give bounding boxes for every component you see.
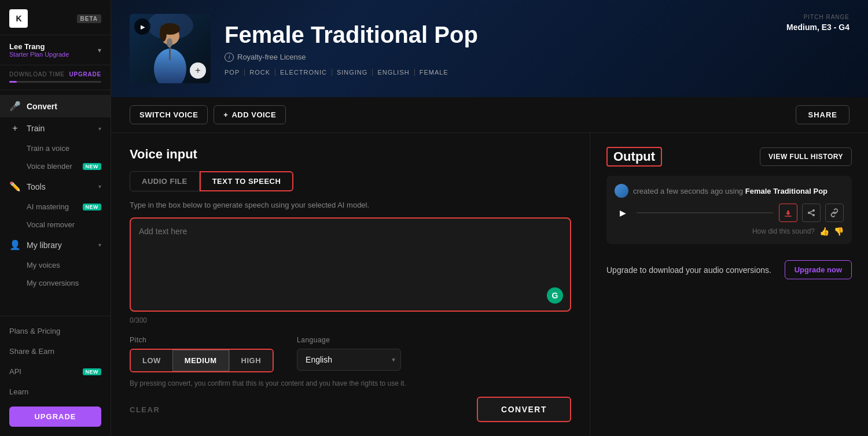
sidebar-item-vocal-remover[interactable]: Vocal remover: [0, 216, 111, 234]
pitch-control: Pitch LOW MEDIUM HIGH: [130, 336, 274, 372]
pitch-medium-button[interactable]: MEDIUM: [172, 350, 229, 371]
convert-button[interactable]: CONVERT: [477, 397, 571, 422]
my-voices-label: My voices: [27, 261, 60, 269]
license-text: Royalty-free License: [237, 53, 306, 61]
language-select[interactable]: English Spanish French German Japanese: [297, 349, 401, 371]
voice-blender-new-badge: NEW: [83, 163, 102, 170]
sidebar-bottom: Plans & Pricing Share & Earn API NEW Lea…: [0, 316, 111, 436]
share-button[interactable]: SHARE: [796, 105, 849, 124]
audio-progress-bar[interactable]: [637, 212, 773, 213]
view-full-history-button[interactable]: VIEW FULL HISTORY: [760, 147, 852, 166]
add-voice-button[interactable]: + ADD VOICE: [214, 105, 286, 124]
language-control: Language English Spanish French German J…: [297, 336, 401, 372]
output-meta: created a few seconds ago using Female T…: [633, 187, 827, 195]
user-plan: Starter Plan Upgrade: [9, 51, 69, 58]
sidebar-item-train[interactable]: + Train ▾: [0, 117, 111, 139]
switch-voice-button[interactable]: SWITCH VOICE: [130, 105, 208, 124]
upgrade-prompt-text: Upgrade to download your audio conversio…: [606, 265, 771, 275]
hero-tags: POP ROCK ELECTRONIC SINGING ENGLISH FEMA…: [225, 69, 849, 76]
train-chevron-icon: ▾: [98, 125, 101, 132]
tag-singing: SINGING: [332, 69, 367, 76]
toolbar-left: SWITCH VOICE + ADD VOICE: [130, 105, 286, 124]
content-area: Voice input AUDIO FILE TEXT TO SPEECH Ty…: [111, 133, 868, 436]
sidebar-item-train-voice[interactable]: Train a voice: [0, 139, 111, 157]
pitch-range-value: Medium, E3 - G4: [786, 23, 849, 32]
audio-play-button[interactable]: ▶: [615, 205, 631, 221]
output-header: Output VIEW FULL HISTORY: [606, 147, 852, 167]
upgrade-link[interactable]: Upgrade: [45, 51, 69, 58]
rating-text: How did this sound?: [752, 227, 815, 235]
download-button[interactable]: [779, 204, 797, 222]
svg-rect-8: [785, 216, 792, 217]
pitch-high-button[interactable]: HIGH: [229, 350, 273, 371]
output-time: created a few seconds ago: [633, 187, 723, 195]
hero-info: Female Traditional Pop i Royalty-free Li…: [225, 22, 849, 76]
api-new-badge: NEW: [83, 368, 102, 375]
sidebar-user[interactable]: Lee Trang Starter Plan Upgrade ▾: [0, 35, 111, 65]
audio-actions: [779, 204, 844, 222]
user-name: Lee Trang: [9, 42, 69, 51]
link-icon: [830, 208, 839, 217]
voice-input-title: Voice input: [130, 147, 571, 162]
add-icon: +: [223, 110, 228, 119]
thumbs-down-button[interactable]: 👎: [834, 227, 844, 236]
sidebar-item-ai-mastering[interactable]: AI mastering NEW: [0, 198, 111, 216]
svg-point-7: [167, 38, 172, 47]
share-icon: [807, 208, 816, 217]
svg-point-5: [160, 25, 167, 42]
sidebar-item-convert[interactable]: 🎤 Convert: [0, 95, 111, 117]
sidebar-item-plans[interactable]: Plans & Pricing: [0, 321, 111, 341]
rating-row: How did this sound? 👍 👎: [615, 227, 844, 236]
output-item-header: created a few seconds ago using Female T…: [615, 184, 844, 198]
sidebar-item-api[interactable]: API NEW: [0, 361, 111, 382]
sidebar-nav: 🎤 Convert + Train ▾ Train a voice Voice …: [0, 90, 111, 316]
sidebar-item-share[interactable]: Share & Earn: [0, 341, 111, 361]
library-chevron-icon: ▾: [98, 242, 101, 248]
pitch-range-info: PITCH RANGE Medium, E3 - G4: [786, 14, 849, 32]
tools-chevron-icon: ▾: [98, 183, 101, 190]
upgrade-button[interactable]: UPGRADE: [9, 407, 101, 427]
plans-pricing-label: Plans & Pricing: [9, 327, 60, 335]
thumbnail-play-button[interactable]: ▶: [134, 19, 150, 35]
tab-text-to-speech[interactable]: TEXT TO SPEECH: [200, 171, 294, 191]
upgrade-now-button[interactable]: Upgrade now: [785, 260, 852, 279]
output-item: created a few seconds ago using Female T…: [606, 176, 852, 244]
share-audio-button[interactable]: [802, 204, 821, 222]
main-content: ▶ + Female Traditional Pop i Royalty-fre…: [111, 0, 868, 436]
upgrade-download-link[interactable]: UPGRADE: [69, 71, 101, 77]
download-icon: [784, 208, 793, 217]
hero-header: ▶ + Female Traditional Pop i Royalty-fre…: [111, 0, 868, 97]
download-progress-fill: [9, 81, 17, 83]
text-input[interactable]: [139, 227, 562, 296]
thumbs-up-button[interactable]: 👍: [819, 227, 829, 236]
ai-mastering-label: AI mastering: [27, 202, 69, 211]
sidebar-item-voice-blender[interactable]: Voice blender NEW: [0, 157, 111, 175]
sidebar-item-tools[interactable]: ✏️ Tools ▾: [0, 175, 111, 198]
tag-electronic: ELECTRONIC: [275, 69, 327, 76]
beta-badge: BETA: [77, 14, 101, 23]
audio-player: ▶: [615, 204, 844, 222]
sidebar-item-my-conversions[interactable]: My conversions: [0, 274, 111, 292]
action-row: CLEAR CONVERT: [130, 397, 571, 422]
grammarly-icon: G: [547, 287, 563, 304]
tools-label: Tools: [27, 182, 93, 191]
output-voice-name: Female Traditional Pop: [745, 187, 827, 195]
sidebar-item-learn[interactable]: Learn: [0, 382, 111, 402]
download-time-bar: DOWNLOAD TIME UPGRADE: [0, 65, 111, 90]
plus-icon: +: [9, 123, 21, 134]
link-audio-button[interactable]: [825, 204, 844, 222]
char-count: 0/300: [130, 316, 571, 324]
tab-audio-file[interactable]: AUDIO FILE: [130, 171, 200, 191]
sidebar-item-my-library[interactable]: 👤 My library ▾: [0, 234, 111, 256]
clear-button[interactable]: CLEAR: [130, 405, 160, 414]
hero-title: Female Traditional Pop: [225, 22, 849, 48]
train-label: Train: [27, 124, 93, 133]
download-time-label: DOWNLOAD TIME: [9, 71, 65, 77]
sidebar-item-my-voices[interactable]: My voices: [0, 256, 111, 274]
thumbnail-add-button[interactable]: +: [190, 62, 206, 79]
consent-text: By pressing convert, you confirm that th…: [130, 379, 571, 387]
pitch-low-button[interactable]: LOW: [131, 350, 172, 371]
my-library-label: My library: [27, 241, 93, 250]
tag-rock: ROCK: [244, 69, 270, 76]
my-conversions-label: My conversions: [27, 279, 79, 287]
